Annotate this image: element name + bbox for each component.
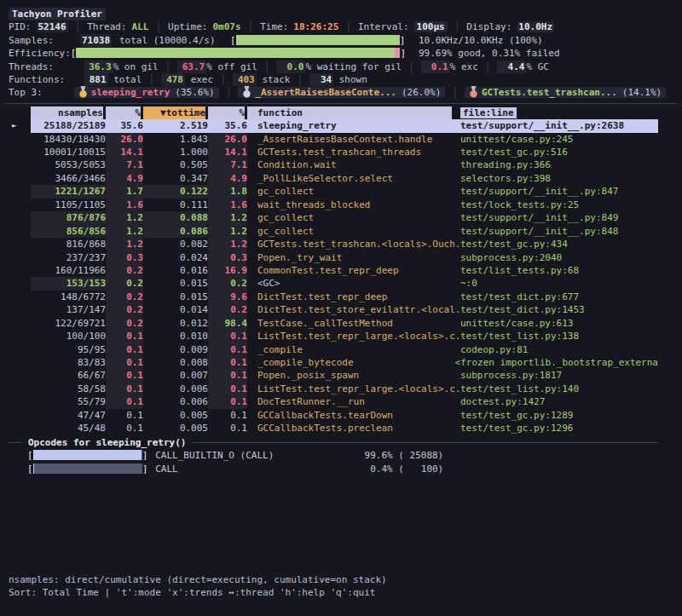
cell-cum-pct: 0.1 <box>208 395 247 408</box>
selection-arrow-icon <box>9 330 31 343</box>
cell-function: _compile_bytecode <box>247 356 455 369</box>
table-row[interactable]: 1105/1105 1.6 0.111 1.6 wait_threads_blo… <box>9 199 658 211</box>
samples-progress-bar <box>236 35 400 45</box>
column-header-nsamples[interactable]: nsamples <box>31 107 106 119</box>
status-label: Uptime: <box>168 21 207 32</box>
cell-tottime: 0.347 <box>143 172 208 185</box>
cell-tottime: 0.082 <box>143 238 208 250</box>
table-row[interactable]: 153/153 0.2 0.015 0.2 <GC> ~:0 <box>9 277 658 290</box>
cell-pct: 1.2 <box>106 225 143 238</box>
table-row[interactable]: 122/69721 0.2 0.012 98.4 TestCase._callT… <box>9 317 658 330</box>
status-value: 18:26:25 <box>293 21 338 32</box>
functions-stat-value: 881 <box>84 73 108 86</box>
selection-arrow-icon <box>9 251 31 264</box>
opcode-bar <box>33 450 142 460</box>
top3-function-name: sleeping_retry <box>91 87 170 98</box>
separator: │ <box>478 61 498 72</box>
cell-file: test/lock_tests.py:25 <box>460 199 658 211</box>
table-row[interactable]: 3466/3466 4.9 0.347 4.9 _PollLikeSelecto… <box>9 172 658 185</box>
table-row[interactable]: 55/79 0.1 0.006 0.1 DocTestRunner.__run … <box>9 395 658 408</box>
table-row[interactable]: 5053/5053 7.1 0.505 7.1 Condition.wait t… <box>9 158 658 171</box>
cell-pct: 1.2 <box>106 211 143 224</box>
cell-cum-pct: 1.2 <box>208 225 247 238</box>
cell-nsamples: 153/153 <box>31 277 106 290</box>
cell-cum-pct: 4.9 <box>208 172 247 185</box>
separator: │ <box>68 21 88 32</box>
selection-arrow-icon <box>9 383 31 395</box>
selection-arrow-icon <box>9 146 31 158</box>
table-row[interactable]: 816/868 1.2 0.082 1.2 GCTests.test_trash… <box>9 238 658 250</box>
cell-function: DictTest.test_store_evilattr.<local... <box>247 303 460 316</box>
cell-function: Popen._try_wait <box>247 251 460 264</box>
thread-stat: 36.3% on gil <box>84 61 159 72</box>
separator: │ <box>213 74 233 85</box>
cell-file: test/test_list.py:140 <box>460 383 658 395</box>
column-header-cum-pct[interactable]: % <box>208 107 247 119</box>
thread-stat-label: % waiting for gil <box>305 61 402 72</box>
cell-function: sleeping_retry <box>247 119 460 132</box>
cell-tottime: 2.519 <box>143 119 208 132</box>
opcodes-section-header: Opcodes for sleeping_retry() <box>9 436 682 449</box>
cell-pct: 7.1 <box>106 158 143 171</box>
functions-stat-value: 478 <box>161 73 185 86</box>
cell-cum-pct: 0.2 <box>208 303 247 316</box>
cell-pct: 0.1 <box>106 395 143 408</box>
column-header-function[interactable]: function <box>247 107 460 119</box>
cell-function: GCTests.test_trashcan_threads <box>247 146 460 158</box>
table-row[interactable]: ► 25188/25189 35.6 2.519 35.6 sleeping_r… <box>9 119 658 132</box>
table-row[interactable]: 47/47 0.1 0.005 0.1 GCCallbackTests.tear… <box>9 409 658 422</box>
table-row[interactable]: 10001/10015 14.1 1.000 14.1 GCTests.test… <box>9 146 658 158</box>
top3-item: │GCTests.test_trashcan...(14.1%) <box>445 87 666 98</box>
top3-label: Top 3: <box>9 86 68 99</box>
cell-tottime: 0.005 <box>143 409 208 422</box>
cell-file: test/test_list.py:138 <box>460 330 658 343</box>
table-row[interactable]: 58/58 0.1 0.006 0.1 ListTest.test_repr_l… <box>9 383 658 395</box>
top3-percent: (26.0%) <box>402 87 441 98</box>
cell-cum-pct: 0.1 <box>208 409 247 422</box>
table-row[interactable]: 137/147 0.2 0.014 0.2 DictTest.test_stor… <box>9 303 658 316</box>
table-row[interactable]: 100/100 0.1 0.010 0.1 ListTest.test_repr… <box>9 330 658 343</box>
table-row[interactable]: 66/67 0.1 0.007 0.1 Popen._posix_spawn s… <box>9 369 658 382</box>
selection-arrow-icon <box>9 277 31 290</box>
functions-label: Functions: <box>9 73 78 86</box>
cell-file: test/support/__init__.py:2638 <box>460 119 658 132</box>
cell-nsamples: 1105/1105 <box>31 199 106 211</box>
threads-label: Threads: <box>9 60 78 73</box>
thread-stat-value: 63.7 <box>177 60 206 73</box>
table-row[interactable]: 18430/18430 26.0 1.843 26.0 _AssertRaise… <box>9 133 658 146</box>
selection-arrow-icon <box>9 303 31 316</box>
table-row[interactable]: 148/6772 0.2 0.015 9.6 DictTest.test_rep… <box>9 291 658 303</box>
selection-arrow-icon <box>9 158 31 171</box>
thread-stat-value: 0.0 <box>276 60 305 73</box>
cell-function: gc_collect <box>247 225 460 238</box>
table-row[interactable]: 856/856 1.2 0.086 1.2 gc_collect test/su… <box>9 225 658 238</box>
column-header-tottime[interactable]: ▼tottime <box>143 107 208 119</box>
table-row[interactable]: 876/876 1.2 0.088 1.2 gc_collect test/su… <box>9 211 658 224</box>
cell-function: ListTest.test_repr_large.<locals>.c... <box>247 383 460 395</box>
cell-function: _AssertRaisesBaseContext.handle <box>247 133 460 146</box>
cell-cum-pct: 7.1 <box>208 158 247 171</box>
table-row[interactable]: 95/95 0.1 0.009 0.1 _compile codeop.py:8… <box>9 343 658 356</box>
cell-file: test/test_gc.py:1296 <box>460 422 658 435</box>
status-value: 0m07s <box>212 21 240 32</box>
column-header-pct[interactable]: % <box>106 107 143 119</box>
table-row[interactable]: 45/48 0.1 0.005 0.1 GCCallbackTests.prec… <box>9 422 658 435</box>
status-value: ALL <box>132 21 149 32</box>
cell-tottime: 0.015 <box>143 291 208 303</box>
threads-line: Threads: 36.3% on gil│63.7% off gil│0.0%… <box>9 60 682 73</box>
thread-stat: │4.4% GC <box>478 61 549 72</box>
table-row[interactable]: 83/83 0.1 0.008 0.1 _compile_bytecode <f… <box>9 356 658 369</box>
separator: │ <box>445 87 465 98</box>
samples-label: Samples: <box>9 35 54 46</box>
thread-stat: │0.1% exc <box>402 61 478 72</box>
table-row[interactable]: 160/11966 0.2 0.016 16.9 CommonTest.test… <box>9 264 658 277</box>
column-header-file[interactable]: file:line <box>460 107 658 119</box>
separator: │ <box>402 61 421 72</box>
cell-cum-pct: 1.2 <box>208 211 247 224</box>
cell-pct: 26.0 <box>106 133 143 146</box>
cell-tottime: 0.024 <box>143 251 208 264</box>
cell-function: TestCase._callTestMethod <box>247 317 460 330</box>
table-row[interactable]: 1221/1267 1.7 0.122 1.8 gc_collect test/… <box>9 185 658 198</box>
cell-function: gc_collect <box>247 185 460 198</box>
table-row[interactable]: 237/237 0.3 0.024 0.3 Popen._try_wait su… <box>9 251 658 264</box>
